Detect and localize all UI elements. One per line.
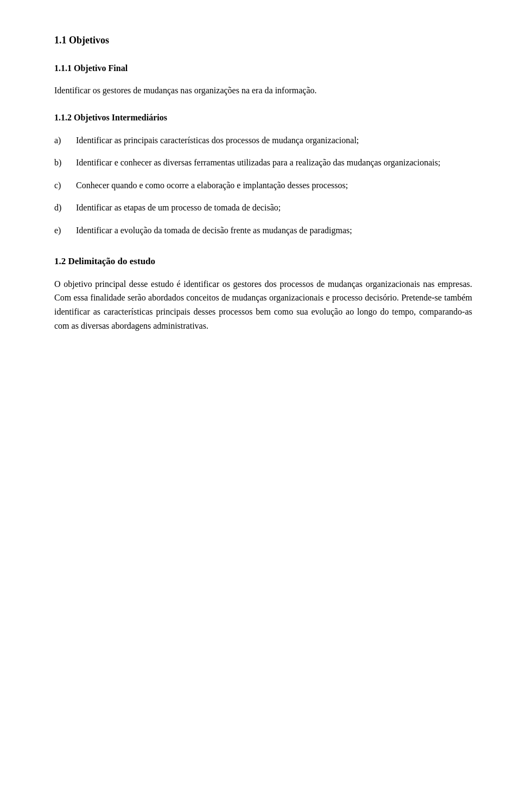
list-item: b) Identificar e conhecer as diversas fe… — [54, 156, 472, 170]
list-content-a: Identificar as principais característica… — [76, 133, 472, 148]
subsection-1-1-1-title: 1.1.1 Objetivo Final — [54, 61, 472, 75]
list-label-a: a) — [54, 133, 76, 148]
list-content-b: Identificar e conhecer as diversas ferra… — [76, 156, 472, 170]
section-1-2-title: 1.2 Delimitação do estudo — [54, 254, 472, 268]
list-item: d) Identificar as etapas de um processo … — [54, 201, 472, 215]
list-label-b: b) — [54, 156, 76, 170]
section-1-2-paragraph1: O objetivo principal desse estudo é iden… — [54, 277, 472, 333]
list-content-c: Conhecer quando e como ocorre a elaboraç… — [76, 178, 472, 193]
subsection-1-1-1-paragraph: Identificar os gestores de mudanças nas … — [54, 84, 472, 98]
list-item: a) Identificar as principais característ… — [54, 133, 472, 148]
page: 1.1 Objetivos 1.1.1 Objetivo Final Ident… — [0, 0, 521, 812]
list-label-d: d) — [54, 201, 76, 215]
list-content-d: Identificar as etapas de um processo de … — [76, 201, 472, 215]
list-label-c: c) — [54, 178, 76, 193]
subsection-1-1-2-title: 1.1.2 Objetivos Intermediários — [54, 111, 472, 125]
list-item: c) Conhecer quando e como ocorre a elabo… — [54, 178, 472, 193]
list-item: e) Identificar a evolução da tomada de d… — [54, 223, 472, 238]
list-content-e: Identificar a evolução da tomada de deci… — [76, 223, 472, 238]
list-label-e: e) — [54, 223, 76, 238]
section-1-1-title: 1.1 Objetivos — [54, 33, 472, 48]
